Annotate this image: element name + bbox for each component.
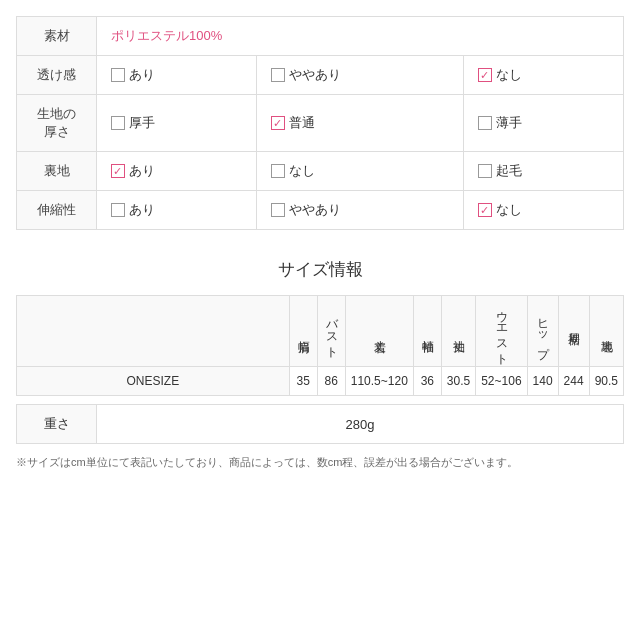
- checkbox-checked-icon: [478, 68, 492, 82]
- checkbox-empty-icon: [111, 203, 125, 217]
- size-corner-header: [17, 296, 290, 367]
- size-cell: 30.5: [441, 367, 475, 396]
- material-option: なし: [463, 191, 623, 230]
- size-cell: 36: [413, 367, 441, 396]
- material-table: 素材ポリエステル100%透け感ありややありなし生地の厚さ厚手普通薄手裏地ありなし…: [16, 16, 624, 230]
- material-row-label: 素材: [17, 17, 97, 56]
- size-column-header: 肩幅: [289, 296, 317, 367]
- material-row-label: 生地の厚さ: [17, 95, 97, 152]
- size-cell: 52~106: [476, 367, 527, 396]
- size-column-header: 裾周り: [558, 296, 589, 367]
- material-row-label: 裏地: [17, 152, 97, 191]
- size-cell: 140: [527, 367, 558, 396]
- checkbox-empty-icon: [478, 164, 492, 178]
- material-option: あり: [97, 191, 257, 230]
- weight-table: 重さ 280g: [16, 404, 624, 444]
- material-option: なし: [257, 152, 464, 191]
- size-note: ※サイズはcm単位にて表記いたしており、商品によっては、数cm程、誤差が出る場合…: [16, 454, 624, 472]
- checkbox-empty-icon: [271, 68, 285, 82]
- weight-label: 重さ: [17, 405, 97, 444]
- size-cell: 90.5: [589, 367, 623, 396]
- size-column-header: 着丈: [345, 296, 413, 367]
- material-option: ややあり: [257, 191, 464, 230]
- size-column-header: 袖幅: [413, 296, 441, 367]
- size-cell: 110.5~120: [345, 367, 413, 396]
- material-option: あり: [97, 152, 257, 191]
- material-option: なし: [463, 56, 623, 95]
- checkbox-checked-icon: [111, 164, 125, 178]
- material-option: ややあり: [257, 56, 464, 95]
- size-column-header: バスト: [317, 296, 345, 367]
- material-row-label: 伸縮性: [17, 191, 97, 230]
- size-row-label: ONESIZE: [17, 367, 290, 396]
- size-cell: 35: [289, 367, 317, 396]
- checkbox-empty-icon: [111, 68, 125, 82]
- size-cell: 244: [558, 367, 589, 396]
- checkbox-checked-icon: [271, 116, 285, 130]
- size-cell: 86: [317, 367, 345, 396]
- weight-value: 280g: [97, 405, 624, 444]
- size-table: 肩幅バスト着丈袖幅袖丈ウエストヒップ裾周り裏地 ONESIZE3586110.5…: [16, 295, 624, 396]
- material-option: あり: [97, 56, 257, 95]
- material-option: 厚手: [97, 95, 257, 152]
- material-option: 普通: [257, 95, 464, 152]
- material-option: 起毛: [463, 152, 623, 191]
- checkbox-empty-icon: [271, 203, 285, 217]
- checkbox-checked-icon: [478, 203, 492, 217]
- size-column-header: 裏地: [589, 296, 623, 367]
- material-option: 薄手: [463, 95, 623, 152]
- material-row-label: 透け感: [17, 56, 97, 95]
- checkbox-empty-icon: [271, 164, 285, 178]
- checkbox-empty-icon: [478, 116, 492, 130]
- size-column-header: 袖丈: [441, 296, 475, 367]
- size-column-header: ヒップ: [527, 296, 558, 367]
- size-column-header: ウエスト: [476, 296, 527, 367]
- material-value: ポリエステル100%: [97, 17, 624, 56]
- checkbox-empty-icon: [111, 116, 125, 130]
- size-section-title: サイズ情報: [16, 258, 624, 281]
